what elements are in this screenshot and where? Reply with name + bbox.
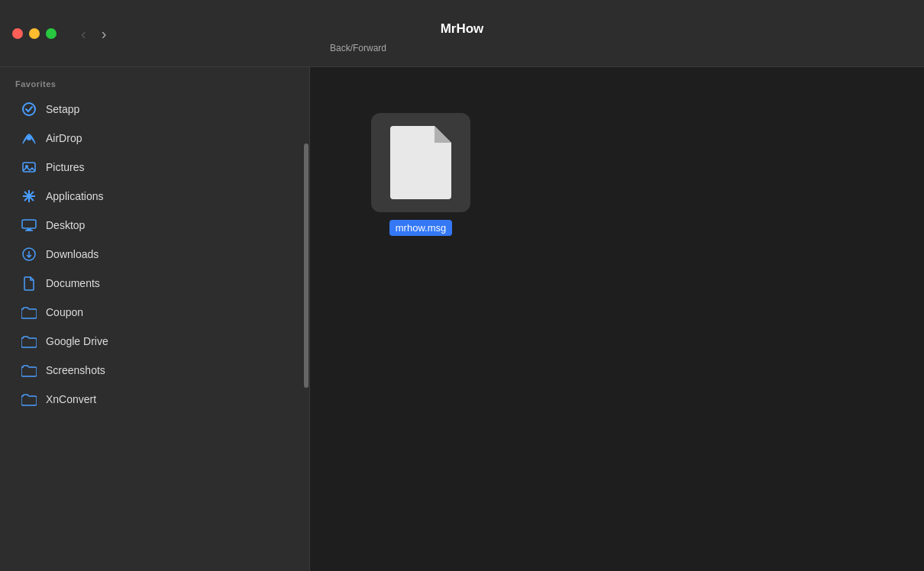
window-controls bbox=[12, 28, 57, 39]
scrollbar-thumb[interactable] bbox=[304, 144, 309, 388]
downloads-icon bbox=[21, 247, 37, 262]
file-doc-icon bbox=[390, 126, 451, 199]
sidebar-item-pictures[interactable]: Pictures bbox=[6, 153, 303, 182]
sidebar-section-title: Favorites bbox=[0, 67, 309, 95]
sidebar-item-screenshots[interactable]: Screenshots bbox=[6, 356, 303, 385]
main-layout: Favorites Setapp AirDrop bbox=[0, 67, 924, 571]
sidebar-item-label: Desktop bbox=[46, 219, 85, 231]
file-item[interactable]: mrhow.msg bbox=[371, 113, 470, 236]
folder-icon bbox=[21, 305, 37, 320]
minimize-button[interactable] bbox=[29, 28, 40, 39]
sidebar-item-label: Google Drive bbox=[46, 335, 108, 347]
window-title: MrHow bbox=[441, 21, 484, 37]
svg-rect-8 bbox=[22, 220, 36, 228]
pictures-icon bbox=[21, 160, 37, 175]
sidebar-item-label: Screenshots bbox=[46, 364, 105, 376]
scrollbar-track[interactable] bbox=[303, 98, 309, 571]
sidebar-item-label: Setapp bbox=[46, 103, 79, 115]
sidebar-item-documents[interactable]: Documents bbox=[6, 269, 303, 298]
documents-icon bbox=[21, 276, 37, 291]
file-name-badge: mrhow.msg bbox=[389, 220, 452, 236]
sidebar-item-coupon[interactable]: Coupon bbox=[6, 298, 303, 327]
nav-arrows: ‹ › bbox=[75, 23, 112, 44]
sidebar-item-googledrive[interactable]: Google Drive bbox=[6, 327, 303, 356]
sidebar-item-label: Applications bbox=[46, 190, 104, 202]
sidebar-item-airdrop[interactable]: AirDrop bbox=[6, 124, 303, 153]
sidebar-item-label: Coupon bbox=[46, 306, 83, 318]
svg-point-0 bbox=[23, 103, 35, 115]
sidebar-item-xnconvert[interactable]: XnConvert bbox=[6, 385, 303, 414]
sidebar-item-label: Pictures bbox=[46, 161, 85, 173]
back-button[interactable]: ‹ bbox=[75, 23, 92, 44]
setapp-icon bbox=[21, 102, 37, 117]
desktop-icon bbox=[21, 218, 37, 233]
title-bar: ‹ › Back/Forward MrHow bbox=[0, 0, 924, 67]
sidebar-item-label: Downloads bbox=[46, 248, 99, 260]
maximize-button[interactable] bbox=[46, 28, 57, 39]
folder-icon bbox=[21, 392, 37, 407]
forward-button[interactable]: › bbox=[95, 23, 113, 44]
sidebar-item-label: Documents bbox=[46, 277, 100, 289]
airdrop-icon bbox=[21, 131, 37, 146]
file-icon-wrapper bbox=[371, 113, 470, 212]
sidebar-item-downloads[interactable]: Downloads bbox=[6, 240, 303, 269]
sidebar-item-label: AirDrop bbox=[46, 132, 82, 144]
nav-label: Back/Forward bbox=[330, 43, 386, 53]
content-area: mrhow.msg bbox=[310, 67, 924, 571]
folder-icon bbox=[21, 363, 37, 378]
folder-icon bbox=[21, 334, 37, 349]
close-button[interactable] bbox=[12, 28, 23, 39]
sidebar-item-label: XnConvert bbox=[46, 393, 96, 405]
sidebar-item-applications[interactable]: Applications bbox=[6, 182, 303, 211]
sidebar-item-desktop[interactable]: Desktop bbox=[6, 211, 303, 240]
sidebar-item-setapp[interactable]: Setapp bbox=[6, 95, 303, 124]
sidebar: Favorites Setapp AirDrop bbox=[0, 67, 309, 571]
applications-icon bbox=[21, 189, 37, 204]
svg-rect-2 bbox=[23, 163, 35, 172]
